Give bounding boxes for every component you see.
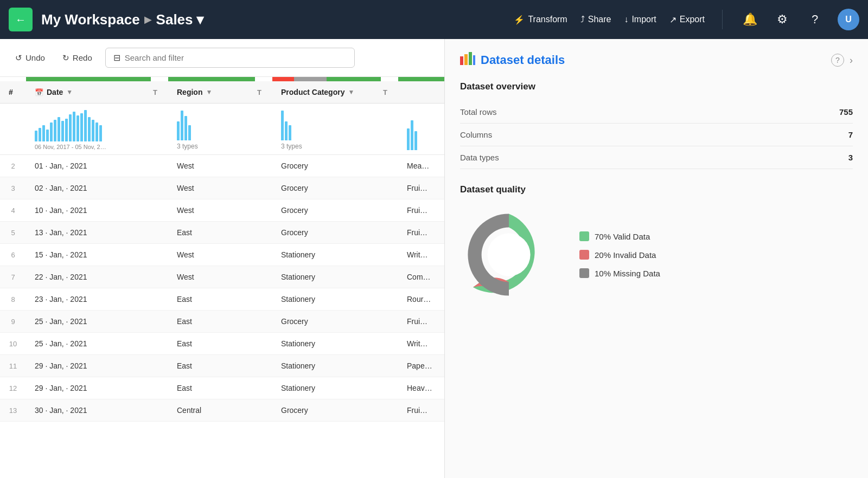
col-header-category[interactable]: Product Category ▼	[272, 81, 381, 104]
search-box[interactable]: ⊟	[105, 48, 355, 68]
cell-region: East	[168, 222, 255, 244]
cell-item: Writ…	[398, 244, 444, 266]
cell-date: 02 · Jan, · 2021	[26, 177, 151, 199]
cell-rownum: 3	[0, 177, 26, 199]
overview-value: 3	[751, 146, 853, 169]
overview-value: 755	[751, 101, 853, 124]
table-row: 8 23 · Jan, · 2021 East Stationery Rour…	[0, 288, 444, 311]
cell-date: 01 · Jan, · 2021	[26, 155, 151, 177]
table-row: 13 30 · Jan, · 2021 Central Grocery Frui…	[0, 399, 444, 422]
cell-rownum: 9	[0, 311, 26, 333]
cell-rownum: 4	[0, 199, 26, 222]
header-divider	[722, 10, 723, 29]
cell-item: Frui…	[398, 177, 444, 199]
date-mini-chart	[35, 109, 142, 141]
undo-icon: ↺	[15, 53, 22, 63]
cell-item: Com…	[398, 266, 444, 288]
cell-category-sep	[255, 333, 272, 355]
cell-category-sep	[255, 311, 272, 333]
redo-button[interactable]: ↻ Redo	[58, 50, 97, 66]
cell-region-sep	[151, 244, 168, 266]
col-header-region-type: T	[151, 81, 168, 104]
svg-rect-1	[464, 54, 468, 65]
cell-item-sep	[381, 177, 398, 199]
overview-label: Total rows	[460, 101, 751, 124]
cell-date: 10 · Jan, · 2021	[26, 199, 151, 222]
undo-button[interactable]: ↺ Undo	[11, 50, 49, 66]
cell-region-sep	[151, 399, 168, 422]
cell-date: 25 · Jan, · 2021	[26, 311, 151, 333]
transform-button[interactable]: ⚡ Transform	[514, 15, 567, 25]
main-layout: ↺ Undo ↻ Redo ⊟	[0, 39, 868, 478]
filter-icon: ⊟	[113, 53, 120, 63]
cell-region-sep	[151, 377, 168, 399]
help-circle-button[interactable]: ?	[831, 54, 844, 67]
cell-region-sep	[151, 266, 168, 288]
search-input[interactable]	[125, 53, 347, 62]
toolbar: ↺ Undo ↻ Redo ⊟	[0, 39, 444, 77]
import-icon: ↓	[624, 15, 628, 24]
share-icon: ⤴	[580, 15, 585, 24]
overview-section: Dataset overview Total rows 755 Columns …	[460, 81, 853, 169]
header-actions: ⚡ Transform ⤴ Share ↓ Import ↗ Export 🔔 …	[514, 9, 859, 30]
dropdown-icon[interactable]: ▾	[196, 11, 203, 28]
cell-category: Stationery	[272, 266, 381, 288]
transform-icon: ⚡	[514, 15, 525, 25]
cell-region: Central	[168, 399, 255, 422]
col-header-date[interactable]: 📅 Date ▼	[26, 81, 151, 104]
category-types-label: 3 types	[281, 143, 372, 150]
overview-label: Data types	[460, 146, 751, 169]
table-container[interactable]: # 📅 Date ▼ T	[0, 77, 444, 478]
overview-row: Total rows 755	[460, 101, 853, 124]
region-sort-icon[interactable]: ▼	[206, 88, 212, 96]
svg-rect-3	[473, 55, 475, 65]
cell-rownum: 6	[0, 244, 26, 266]
col-header-region[interactable]: Region ▼	[168, 81, 255, 104]
category-sort-icon[interactable]: ▼	[348, 88, 354, 96]
notification-button[interactable]: 🔔	[740, 10, 760, 29]
cell-category-sep	[255, 288, 272, 311]
cell-region: East	[168, 333, 255, 355]
settings-button[interactable]: ⚙	[773, 10, 792, 29]
cell-rownum: 10	[0, 333, 26, 355]
app-header: ← My Workspace ▶ Sales ▾ ⚡ Transform ⤴ S…	[0, 0, 868, 39]
avatar[interactable]: U	[838, 9, 859, 30]
missing-swatch	[579, 268, 589, 278]
legend-invalid: 20% Invalid Data	[579, 250, 660, 260]
details-header: Dataset details ? ›	[460, 52, 853, 68]
dataset-icon	[460, 52, 475, 68]
export-button[interactable]: ↗ Export	[669, 15, 705, 25]
cell-category: Stationery	[272, 288, 381, 311]
import-button[interactable]: ↓ Import	[624, 15, 656, 24]
cell-region: West	[168, 199, 255, 222]
redo-icon: ↻	[62, 53, 69, 63]
cell-item-sep	[381, 155, 398, 177]
share-button[interactable]: ⤴ Share	[580, 15, 611, 24]
help-button[interactable]: ?	[805, 10, 825, 29]
date-sort-icon[interactable]: ▼	[66, 88, 73, 96]
invalid-label: 20% Invalid Data	[595, 250, 656, 260]
cell-rownum: 5	[0, 222, 26, 244]
chart-row: 06 Nov, 2017 - 05 Nov, 2… 3 types	[0, 104, 444, 155]
back-icon: ←	[15, 14, 26, 26]
help-circle-icon: ?	[831, 54, 844, 67]
cell-item-sep	[381, 355, 398, 377]
missing-label: 10% Missing Data	[595, 269, 660, 278]
details-title: Dataset details	[481, 53, 565, 67]
expand-button[interactable]: ›	[850, 55, 853, 66]
cell-category-sep	[255, 155, 272, 177]
cell-category: Grocery	[272, 199, 381, 222]
cell-item-sep	[381, 244, 398, 266]
cell-date: 15 · Jan, · 2021	[26, 244, 151, 266]
cell-date: 23 · Jan, · 2021	[26, 288, 151, 311]
overview-row: Columns 7	[460, 124, 853, 146]
table-row: 9 25 · Jan, · 2021 East Grocery Frui…	[0, 311, 444, 333]
table-row: 5 13 · Jan, · 2021 East Grocery Frui…	[0, 222, 444, 244]
cell-region: East	[168, 355, 255, 377]
cell-item-sep	[381, 288, 398, 311]
cell-region-sep	[151, 222, 168, 244]
col-header-item[interactable]	[398, 81, 444, 104]
back-button[interactable]: ←	[9, 8, 33, 31]
category-mini-chart	[281, 108, 372, 140]
cell-category-sep	[255, 399, 272, 422]
